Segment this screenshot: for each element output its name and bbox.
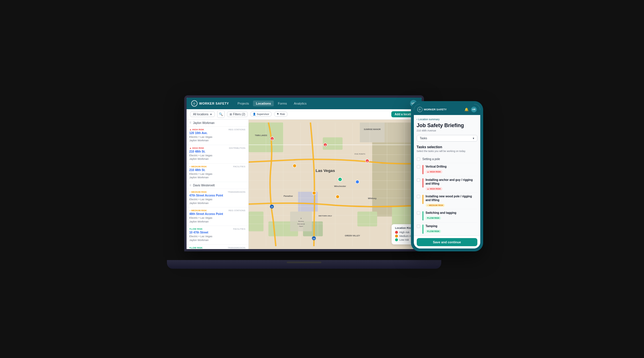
phone-device: ◎ WORKER SAFETY 🔔 UB ‹ Location summary … [411, 101, 483, 251]
risk-filter[interactable]: ⚑ Risk [274, 112, 288, 117]
svg-text:Las Vegas: Las Vegas [315, 168, 335, 173]
medium-risk-indicator [422, 195, 423, 204]
location-meta: Electric • Las Vegas Jaylon Workman [189, 198, 245, 205]
list-item[interactable]: ~ MEDIUM RISK FACILITIES 210 48th St. El… [187, 164, 248, 182]
risk-badge-medium: ~ MEDIUM RISK [189, 165, 207, 168]
task-checkbox[interactable] [417, 225, 420, 228]
task-risk-badge: ~ MEDIUM RISK [426, 204, 445, 207]
phone-nav-avatar[interactable]: UB [471, 107, 477, 112]
risk-badge-high: ▲ HIGH RISK [189, 147, 204, 149]
dash-icon: ~ [427, 204, 428, 207]
svg-text:15: 15 [271, 206, 273, 208]
dash-icon: ~ [189, 191, 191, 193]
list-item[interactable]: ~ MEDIUM RISK REG STATIONS 48th Street A… [187, 207, 248, 226]
phone-content: ‹ Location summary Job Safety Briefing 2… [414, 115, 480, 235]
drag-handle-icon: ⠿ [189, 184, 191, 187]
task-checkbox[interactable] [417, 195, 420, 198]
page-subtitle: 210 48th Avenue [417, 129, 477, 132]
supervisor-filter[interactable]: 👤 Supervisor [250, 112, 272, 117]
category-label: FACILITIES [233, 228, 245, 230]
nav-logo: ◎ WORKER SAFETY [191, 100, 229, 107]
location-meta: Electric • Las Vegas Jaylon Workman [189, 235, 245, 242]
svg-text:GREEN VALLEY: GREEN VALLEY [345, 234, 360, 236]
app-container: ◎ WORKER SAFETY Projects Locations Forms… [187, 98, 422, 249]
risk-badge-medium: ~ MEDIUM RISK [189, 191, 207, 193]
risk-badge-medium: ~ MEDIUM RISK [189, 209, 207, 212]
sidebar-user-davis: ⠿ Davis Westervelt [187, 182, 248, 189]
search-button[interactable]: 🔍 [217, 110, 225, 118]
location-name: 47th Street Access Point [189, 194, 245, 197]
svg-text:International: International [297, 223, 305, 225]
back-chevron-icon: ‹ [417, 118, 418, 121]
save-continue-button[interactable]: Save and continue [417, 238, 477, 246]
location-select[interactable]: All locations ▾ [190, 112, 215, 117]
task-name: Vertical Drilling [426, 165, 477, 168]
task-content: Switching and tagging ▾ LOW RISK [426, 211, 477, 220]
task-checkbox[interactable] [417, 157, 420, 161]
task-checkbox[interactable] [417, 178, 420, 182]
svg-point-60 [312, 191, 316, 194]
phone-footer: Save and continue [414, 235, 480, 248]
svg-text:Airport: Airport [299, 226, 303, 227]
task-checkbox[interactable] [417, 165, 420, 168]
nav-forms[interactable]: Forms [275, 101, 290, 106]
list-item[interactable]: ▾ LOW RISK TRANSMISSION 123 48th Street … [187, 245, 248, 249]
task-name: Installing anchor and guy / rigging and … [426, 178, 477, 186]
task-name: Tamping [426, 224, 477, 228]
low-risk-dot [395, 238, 398, 241]
laptop-base [167, 260, 441, 269]
task-risk-badge: ▲ HIGH RISK [426, 187, 442, 190]
nav-items: Projects Locations Forms Analytics [235, 101, 410, 106]
logo-icon: ◎ [191, 100, 198, 107]
category-label: TRANSMISSION [228, 246, 245, 249]
top-nav: ◎ WORKER SAFETY Projects Locations Forms… [187, 98, 422, 109]
task-installing-wood-pole: Installing new wood pole / rigging and l… [417, 193, 477, 209]
sidebar: ⠿ Jaylon Workman ▲ HIGH RISK REG STATION… [187, 120, 249, 249]
task-name: Switching and tagging [426, 211, 477, 215]
svg-text:~: ~ [294, 165, 295, 167]
filters-button[interactable]: ⊞ Filters (2) [227, 112, 248, 117]
list-item[interactable]: ▲ HIGH RISK REG STATIONS 120 10th Ave. E… [187, 127, 248, 145]
nav-projects[interactable]: Projects [235, 101, 252, 106]
low-risk-indicator [422, 225, 423, 234]
svg-text:▲: ▲ [324, 144, 326, 146]
category-label: DISTRIBUTION [229, 147, 245, 149]
back-link[interactable]: ‹ Location summary [417, 118, 477, 121]
risk-badge-high: ▲ HIGH RISK [189, 128, 204, 131]
dash-icon: ~ [189, 209, 191, 212]
svg-text:Winchester: Winchester [334, 185, 346, 187]
list-item[interactable]: ▲ HIGH RISK DISTRIBUTION 210 48th St. El… [187, 145, 248, 164]
task-vertical-drilling: Vertical Drilling ▲ HIGH RISK [417, 163, 477, 176]
legend-high-risk: High risk [395, 231, 414, 234]
phone-nav-icons: 🔔 UB [464, 107, 477, 112]
phone-nav: ◎ WORKER SAFETY 🔔 UB [414, 104, 480, 115]
svg-text:✓: ✓ [339, 179, 341, 181]
location-meta: Electric • Las Vegas Jaylon Workman [189, 216, 245, 223]
list-item[interactable]: ▾ LOW RISK FACILITIES 10 47th Street Ele… [187, 226, 248, 244]
risk-icon: ⚑ [277, 113, 279, 116]
location-name: 48th Street Access Point [189, 212, 245, 216]
nav-analytics[interactable]: Analytics [291, 101, 309, 106]
legend-medium-risk: Medium risk [395, 235, 414, 238]
bell-icon[interactable]: 🔔 [464, 107, 469, 112]
svg-text:▲: ▲ [366, 160, 368, 162]
chevron-down-icon: ▾ [189, 228, 191, 230]
dash-icon: ~ [189, 165, 191, 168]
list-item[interactable]: ~ MEDIUM RISK TRANSMISSION 47th Street A… [187, 189, 248, 207]
tasks-dropdown[interactable]: Tasks ▾ [417, 135, 477, 142]
svg-text:Whitney: Whitney [368, 197, 377, 200]
risk-badge-low: ▾ LOW RISK [189, 228, 203, 230]
chevron-up-icon: ▲ [427, 188, 429, 190]
nav-locations[interactable]: Locations [253, 101, 274, 106]
user-name-davis: Davis Westervelt [193, 184, 215, 187]
task-switching-tagging: Switching and tagging ▾ LOW RISK [417, 209, 477, 222]
task-checkbox[interactable] [417, 211, 420, 215]
location-meta: Electric • Las Vegas Jaylon Workman [189, 154, 245, 161]
chevron-down-icon: ▾ [427, 217, 428, 219]
svg-text:MIDTOWN UNLV: MIDTOWN UNLV [318, 215, 332, 217]
legend-title: Location Risk [395, 227, 414, 229]
legend-low-risk: Low risk [395, 238, 414, 241]
task-content: Vertical Drilling ▲ HIGH RISK [426, 165, 477, 174]
task-content: Tamping ▾ LOW RISK [426, 224, 477, 233]
task-setting-a-pole: Setting a pole [417, 155, 477, 163]
